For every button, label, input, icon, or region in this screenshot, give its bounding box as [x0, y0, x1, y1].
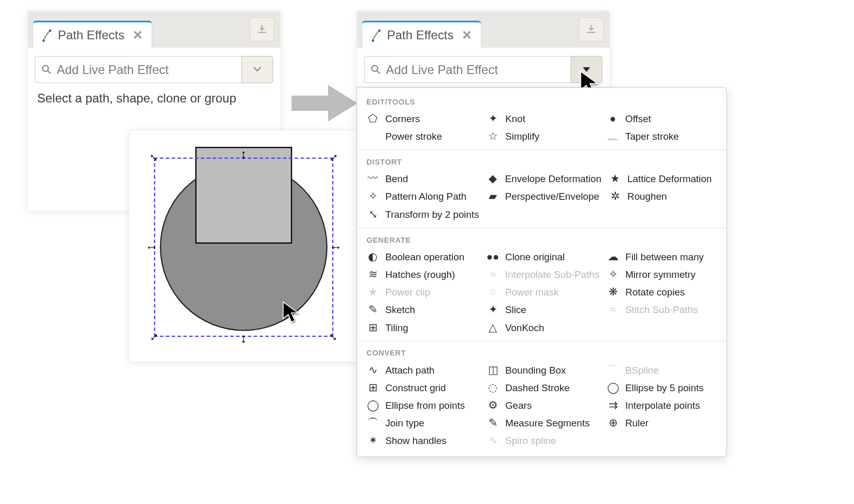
lpe-item-measure-segments[interactable]: ✎Measure Segments [483, 414, 603, 432]
power-stroke-icon [366, 130, 379, 143]
lpe-item-label: Fill between many [625, 251, 704, 262]
lpe-item-gears[interactable]: ⚙Gears [483, 396, 603, 414]
lpe-item-bounding-box[interactable]: ◫Bounding Box [483, 361, 603, 379]
svg-point-6 [372, 66, 377, 71]
lpe-item-label: Join type [385, 418, 424, 429]
lpe-item-knot[interactable]: ✦Knot [483, 110, 603, 127]
dropdown-section-header: CONVERT [357, 344, 727, 361]
stitch-sub-paths-icon: ≈ [607, 303, 620, 316]
lpe-item-label: Show handles [385, 435, 446, 447]
scale-handle-n[interactable]: ↔ [236, 149, 252, 161]
dropdown-section-header: DISTORT [357, 153, 727, 170]
power-mask-icon: ○ [487, 286, 499, 299]
scale-handle-w[interactable]: ↔ [145, 240, 158, 255]
lpe-item-dashed-stroke[interactable]: ◌Dashed Stroke [483, 379, 603, 396]
lpe-item-bspline: ⌒BSpline [603, 361, 723, 379]
lpe-item-label: Clone original [505, 251, 565, 262]
lpe-item-label: Roughen [627, 191, 667, 202]
lpe-item-slice[interactable]: ✦Slice [483, 301, 603, 318]
construct-grid-icon: ⊞ [366, 381, 379, 394]
lpe-item-clone-original[interactable]: ●●Clone original [483, 248, 603, 265]
scale-handle-s[interactable]: ↔ [236, 333, 252, 346]
path-effects-icon [371, 28, 382, 42]
lpe-item-label: Mirror symmetry [625, 269, 696, 280]
attach-path-icon: ∿ [366, 363, 379, 376]
lpe-item-stitch-sub-paths: ≈Stitch Sub-Paths [603, 301, 723, 318]
lpe-item-perspective-envelope[interactable]: ▰Perspective/Envelope [482, 188, 605, 205]
lpe-item-simplify[interactable]: ☆Simplify [483, 127, 603, 145]
lpe-item-join-type[interactable]: ⏜Join type [363, 414, 483, 432]
lpe-item-rotate-copies[interactable]: ❋Rotate copies [603, 283, 723, 301]
search-input[interactable]: Add Live Path Effect [35, 56, 241, 83]
bspline-icon: ⌒ [607, 363, 620, 376]
show-handles-icon: ✶ [366, 434, 379, 447]
search-placeholder: Add Live Path Effect [56, 63, 168, 77]
lpe-item-corners[interactable]: ⬠Corners [363, 110, 483, 127]
lpe-item-interpolate-points[interactable]: ⇉Interpolate points [603, 396, 723, 414]
lpe-item-label: Taper stroke [625, 131, 679, 142]
search-dropdown-button[interactable] [241, 56, 273, 83]
path-effects-icon [41, 28, 53, 42]
lpe-item-sketch[interactable]: ✎Sketch [363, 301, 483, 318]
tab-path-effects[interactable]: Path Effects ✕ [362, 21, 481, 49]
lpe-item-mirror-symmetry[interactable]: ✧Mirror symmetry [603, 265, 723, 283]
lpe-item-offset[interactable]: ●Offset [603, 110, 723, 127]
svg-line-3 [48, 71, 51, 74]
interpolate-points-icon: ⇉ [607, 399, 620, 412]
offset-icon: ● [607, 112, 620, 125]
search-input[interactable]: Add Live Path Effect [364, 56, 570, 83]
lpe-item-roughen[interactable]: ✲Roughen [605, 188, 723, 205]
lpe-item-hatches-rough-[interactable]: ≋Hatches (rough) [363, 265, 483, 283]
vonkoch-icon: △ [487, 321, 499, 334]
lpe-item-label: Gears [505, 399, 532, 411]
close-icon[interactable]: ✕ [129, 28, 143, 42]
close-icon[interactable]: ✕ [459, 28, 473, 42]
transform-by-2-points-icon: ⤡ [366, 207, 379, 220]
lpe-item-boolean-operation[interactable]: ◐Boolean operation [363, 248, 483, 265]
tab-path-effects[interactable]: Path Effects ✕ [33, 21, 152, 49]
lpe-item-vonkoch[interactable]: △VonKoch [483, 319, 603, 336]
lpe-item-ellipse-by-5-points[interactable]: ◯Ellipse by 5 points [603, 379, 723, 396]
lattice-deformation-icon: ★ [609, 172, 622, 185]
ruler-icon: ⊕ [607, 417, 620, 429]
dropdown-section-header: GENERATE [357, 231, 727, 248]
search-dropdown-button[interactable] [570, 56, 602, 83]
lpe-item-fill-between-many[interactable]: ☁Fill between many [603, 248, 723, 265]
lpe-item-tiling[interactable]: ⊞Tiling [363, 319, 483, 336]
lpe-item-bend[interactable]: 〰Bend [363, 170, 482, 187]
knot-icon: ✦ [487, 112, 499, 125]
lpe-item-envelope-deformation[interactable]: ◆Envelope Deformation [482, 170, 605, 187]
scale-handle-e[interactable]: ↔ [329, 240, 342, 255]
lpe-item-label: Pattern Along Path [385, 191, 466, 202]
lpe-item-power-stroke[interactable]: Power stroke [363, 127, 483, 145]
simplify-icon: ☆ [487, 130, 499, 143]
lpe-item-pattern-along-path[interactable]: ✧Pattern Along Path [363, 188, 482, 205]
dock-down-icon [585, 24, 597, 36]
rotate-copies-icon: ❋ [607, 286, 620, 299]
lpe-item-lattice-deformation[interactable]: ★Lattice Deformation [605, 170, 723, 187]
dock-button[interactable] [249, 17, 274, 42]
bounding-box-icon: ◫ [487, 363, 499, 376]
lpe-item-label: Interpolate Sub-Paths [505, 269, 599, 280]
lpe-item-label: Knot [505, 113, 525, 124]
measure-segments-icon: ✎ [487, 417, 499, 429]
lpe-item-ruler[interactable]: ⊕Ruler [603, 414, 723, 432]
spiro-spline-icon: ∿ [487, 434, 499, 447]
lpe-item-transform-by-2-points[interactable]: ⤡Transform by 2 points [363, 205, 482, 223]
lpe-item-construct-grid[interactable]: ⊞Construct grid [363, 379, 483, 396]
lpe-dropdown-menu: EDIT/TOOLS⬠Corners✦Knot●Offset Power str… [357, 87, 727, 457]
lpe-item-show-handles[interactable]: ✶Show handles [363, 432, 483, 449]
dock-button[interactable] [579, 17, 603, 42]
lpe-item-label: Sketch [385, 304, 415, 316]
lpe-item-label: Offset [625, 113, 651, 124]
lpe-item-label: Perspective/Envelope [505, 191, 599, 202]
lpe-item-ellipse-from-points[interactable]: ◯Ellipse from points [363, 396, 483, 414]
lpe-item-attach-path[interactable]: ∿Attach path [363, 361, 483, 379]
perspective-envelope-icon: ▰ [486, 190, 499, 203]
lpe-item-taper-stroke[interactable]: ﹏Taper stroke [603, 127, 723, 145]
lpe-item-label: Ruler [625, 418, 649, 429]
lpe-item-label: Spiro spline [505, 435, 556, 447]
path-effects-panel-right: Path Effects ✕ Add Live Path Effect [357, 11, 610, 87]
lpe-item-label: Measure Segments [505, 418, 590, 429]
roughen-icon: ✲ [609, 190, 622, 203]
